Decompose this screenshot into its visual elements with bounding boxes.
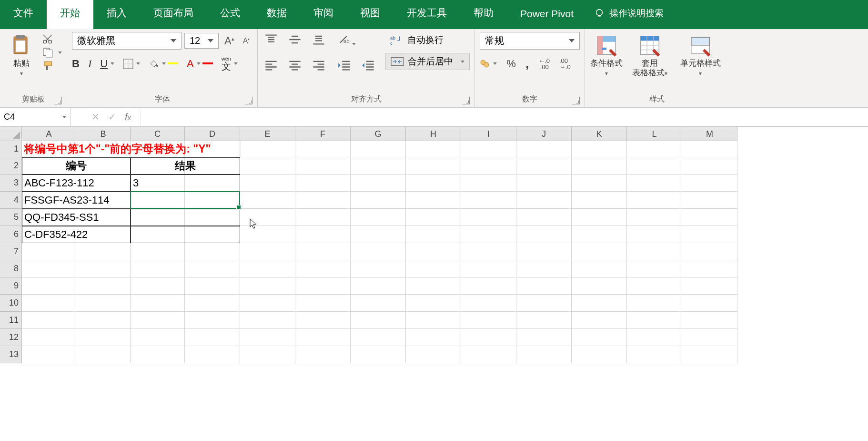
comma-button[interactable]: , bbox=[525, 56, 529, 71]
row-header-9[interactable]: 9 bbox=[0, 277, 22, 295]
paste-button[interactable]: 粘贴▾ bbox=[5, 32, 38, 78]
tab-powerpivot[interactable]: Power Pivot bbox=[507, 0, 587, 29]
cell-styles-button[interactable]: 单元格样式▾ bbox=[676, 32, 724, 78]
cell-C3[interactable]: 3 bbox=[131, 174, 240, 192]
align-center-button[interactable] bbox=[286, 58, 303, 75]
cell-A5[interactable]: QQ-FD345-SS1 bbox=[22, 209, 131, 226]
tab-help[interactable]: 帮助 bbox=[460, 0, 507, 29]
col-header-J[interactable]: J bbox=[516, 127, 572, 141]
align-right-button[interactable] bbox=[310, 58, 327, 75]
col-header-H[interactable]: H bbox=[406, 127, 461, 141]
cell-A1[interactable]: 将编号中第1个"-"前的字母替换为: "Y" bbox=[22, 141, 241, 157]
col-header-D[interactable]: D bbox=[185, 127, 240, 141]
row-header-2[interactable]: 2 bbox=[0, 157, 22, 174]
group-font: 微软雅黑 12 A▴ A▾ B I U A wén文 字体 bbox=[67, 29, 258, 107]
row-header-10[interactable]: 10 bbox=[0, 295, 22, 312]
cancel-formula-button[interactable]: ✕ bbox=[91, 111, 100, 123]
cell-A4[interactable]: FSSGF-AS23-114 bbox=[22, 192, 131, 209]
tab-review[interactable]: 审阅 bbox=[300, 0, 347, 29]
row-header-5[interactable]: 5 bbox=[0, 209, 22, 226]
conditional-format-button[interactable]: 条件格式▾ bbox=[590, 32, 623, 78]
clipboard-group-label: 剪贴板 bbox=[22, 95, 45, 103]
font-name-select[interactable]: 微软雅黑 bbox=[72, 32, 182, 50]
tab-data[interactable]: 数据 bbox=[253, 0, 300, 29]
increase-font-button[interactable]: A▴ bbox=[222, 35, 237, 47]
name-box[interactable]: C4 bbox=[0, 108, 71, 126]
col-header-L[interactable]: L bbox=[627, 127, 682, 141]
tab-view[interactable]: 视图 bbox=[347, 0, 394, 29]
decrease-decimal-button[interactable]: .00→.0 bbox=[559, 58, 571, 70]
cell-C4[interactable] bbox=[131, 192, 240, 209]
borders-icon bbox=[123, 59, 133, 69]
number-dialog-launcher[interactable] bbox=[572, 97, 580, 104]
insert-function-button[interactable]: fx bbox=[125, 112, 131, 123]
increase-decimal-button[interactable]: ←.0 .00 bbox=[538, 58, 550, 70]
tab-page-layout[interactable]: 页面布局 bbox=[140, 0, 207, 29]
font-dialog-launcher[interactable] bbox=[245, 97, 252, 104]
col-header-A[interactable]: A bbox=[22, 127, 76, 141]
format-painter-button[interactable] bbox=[42, 61, 62, 71]
orientation-button[interactable]: ab bbox=[336, 32, 377, 49]
col-header-M[interactable]: M bbox=[682, 127, 737, 141]
cut-button[interactable] bbox=[42, 34, 62, 44]
align-top-button[interactable] bbox=[262, 32, 280, 49]
accounting-format-button[interactable] bbox=[480, 59, 497, 69]
cell-header-id[interactable]: 编号 bbox=[22, 157, 131, 174]
fill-color-button[interactable] bbox=[149, 59, 178, 69]
bold-button[interactable]: B bbox=[72, 58, 80, 70]
italic-button[interactable]: I bbox=[88, 58, 91, 70]
indent-decrease-button[interactable] bbox=[336, 58, 353, 75]
col-header-F[interactable]: F bbox=[295, 127, 351, 141]
tab-home[interactable]: 开始 bbox=[47, 0, 93, 29]
tell-me-search[interactable]: 操作说明搜索 bbox=[587, 0, 677, 29]
bucket-icon bbox=[149, 59, 159, 69]
row-header-4[interactable]: 4 bbox=[0, 192, 22, 209]
cell-C5[interactable] bbox=[131, 209, 240, 226]
row-header-6[interactable]: 6 bbox=[0, 226, 22, 243]
formula-input[interactable] bbox=[141, 108, 868, 126]
font-color-button[interactable]: A bbox=[187, 58, 213, 70]
cell-C6[interactable] bbox=[131, 226, 240, 243]
cell-A6[interactable]: C-DF352-422 bbox=[22, 226, 131, 243]
font-size-select[interactable]: 12 bbox=[184, 33, 219, 49]
row-header-13[interactable]: 13 bbox=[0, 346, 22, 363]
row-header-7[interactable]: 7 bbox=[0, 243, 22, 260]
cells-area[interactable]: 将编号中第1个"-"前的字母替换为: "Y"编号结果ABC-F123-1123F… bbox=[22, 141, 737, 363]
tab-developer[interactable]: 开发工具 bbox=[394, 0, 460, 29]
table-fmt-label: 套用 表格格式 bbox=[632, 59, 665, 77]
confirm-formula-button[interactable]: ✓ bbox=[108, 111, 116, 123]
underline-button[interactable]: U bbox=[100, 58, 114, 70]
col-header-K[interactable]: K bbox=[572, 127, 627, 141]
indent-increase-button[interactable] bbox=[360, 58, 377, 75]
row-header-8[interactable]: 8 bbox=[0, 260, 22, 277]
tab-insert[interactable]: 插入 bbox=[93, 0, 140, 29]
row-header-1[interactable]: 1 bbox=[0, 141, 22, 157]
align-left-button[interactable] bbox=[262, 58, 280, 75]
col-header-I[interactable]: I bbox=[461, 127, 516, 141]
phonetic-button[interactable]: wén文 bbox=[222, 56, 238, 71]
decrease-font-button[interactable]: A▾ bbox=[240, 37, 253, 45]
tab-file[interactable]: 文件 bbox=[0, 0, 47, 29]
row-header-3[interactable]: 3 bbox=[0, 174, 22, 192]
wrap-text-button[interactable]: abc自动换行 bbox=[385, 32, 470, 48]
row-header-11[interactable]: 11 bbox=[0, 312, 22, 329]
cell-A3[interactable]: ABC-F123-112 bbox=[22, 174, 131, 192]
merge-center-button[interactable]: 合并后居中 bbox=[385, 53, 470, 70]
col-header-G[interactable]: G bbox=[351, 127, 406, 141]
row-header-12[interactable]: 12 bbox=[0, 329, 22, 346]
percent-button[interactable]: % bbox=[506, 58, 516, 70]
number-format-select[interactable]: 常规 bbox=[480, 32, 580, 50]
col-header-B[interactable]: B bbox=[76, 127, 131, 141]
align-dialog-launcher[interactable] bbox=[462, 97, 470, 104]
align-middle-button[interactable] bbox=[286, 32, 303, 49]
select-all-triangle[interactable] bbox=[0, 127, 22, 141]
align-bottom-button[interactable] bbox=[310, 32, 327, 49]
cell-header-result[interactable]: 结果 bbox=[131, 157, 240, 174]
borders-button[interactable] bbox=[123, 59, 140, 69]
col-header-E[interactable]: E bbox=[240, 127, 295, 141]
format-as-table-button[interactable]: 套用 表格格式▾ bbox=[627, 32, 673, 78]
tab-formulas[interactable]: 公式 bbox=[207, 0, 253, 29]
col-header-C[interactable]: C bbox=[131, 127, 185, 141]
copy-button[interactable] bbox=[42, 47, 62, 58]
clipboard-dialog-launcher[interactable] bbox=[54, 97, 62, 104]
